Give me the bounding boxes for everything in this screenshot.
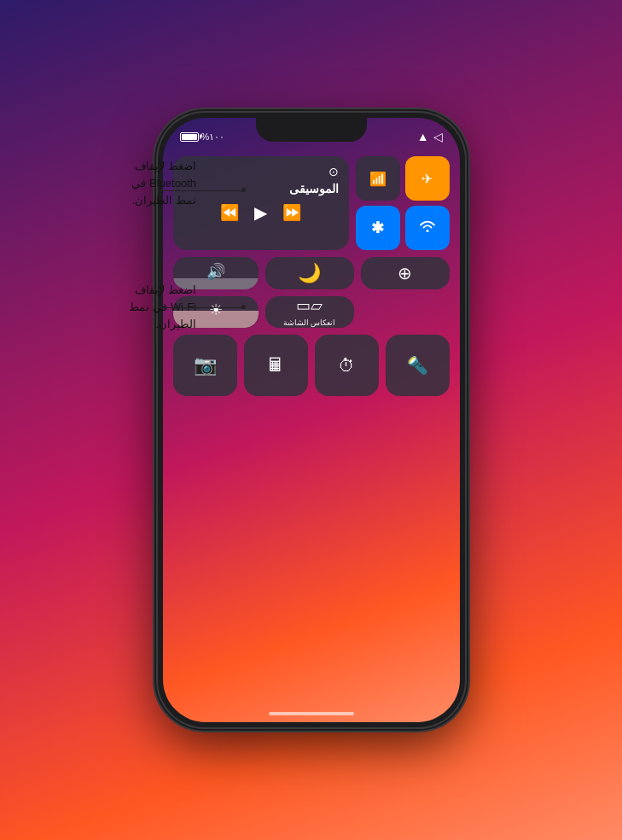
music-controls: ⏪ ▶ ⏩ [183, 202, 339, 223]
screen-mirror-button[interactable]: ▭▱ انعكاس الشاشة [265, 296, 354, 329]
status-right-icons: ▲ ◁ [417, 130, 443, 143]
bluetooth-annotation-text: اضغط لإيقافBluetooth فينمط الطيران. [38, 158, 196, 209]
wifi-status-icon: ▲ [417, 130, 429, 143]
screen-mirror-icon: ▭▱ [296, 296, 323, 315]
volume-icon: 🔊 [206, 262, 225, 281]
annotation-dot-wifi [241, 305, 246, 309]
play-button[interactable]: ▶ [254, 202, 267, 223]
screen-mirror-label: انعكاس الشاشة [283, 318, 336, 329]
flashlight-icon: 🔦 [407, 355, 428, 376]
annotation-line-bluetooth [158, 190, 243, 191]
music-widget-top: ⊙ [183, 165, 339, 178]
bluetooth-icon: ✱ [371, 219, 384, 237]
rewind-button[interactable]: ⏪ [220, 203, 239, 222]
wifi-icon [419, 219, 436, 236]
flashlight-button[interactable]: 🔦 [386, 335, 450, 396]
battery-fill [182, 134, 197, 140]
phone-screen: %١٠٠ ▲ ◁ ⊙ الموسيقى [163, 118, 460, 722]
top-row: ⊙ الموسيقى ⏪ ▶ ⏩ 📶 [173, 156, 450, 250]
camera-button[interactable]: 📷 [173, 335, 237, 396]
camera-icon: 📷 [194, 354, 217, 376]
battery-icon [180, 132, 199, 142]
airplane-icon: ✈ [421, 171, 433, 187]
battery-indicator: %١٠٠ [180, 131, 225, 143]
phone-frame: %١٠٠ ▲ ◁ ⊙ الموسيقى [158, 113, 465, 727]
dnd-button[interactable]: 🌙 [265, 257, 354, 289]
airplane-button[interactable]: ✈ [405, 156, 450, 201]
home-indicator [269, 712, 354, 715]
annotation-line-wifi [158, 307, 243, 308]
calculator-icon: 🖩 [266, 354, 285, 376]
control-center: ⊙ الموسيقى ⏪ ▶ ⏩ 📶 [173, 156, 450, 697]
connectivity-grid: 📶 ✈ ✱ [356, 156, 450, 250]
notch [256, 118, 367, 142]
rotation-icon: ⊕ [398, 263, 412, 283]
timer-button[interactable]: ⏱ [315, 335, 379, 396]
music-widget[interactable]: ⊙ الموسيقى ⏪ ▶ ⏩ [173, 156, 349, 250]
middle-section: 🔊 ☀ 🌙 [173, 257, 450, 328]
timer-icon: ⏱ [338, 356, 355, 376]
music-title: الموسيقى [183, 182, 339, 195]
scene: اضغط لإيقافBluetooth فينمط الطيران. اضغط… [0, 0, 622, 840]
brightness-icon: ☀ [209, 300, 223, 319]
bottom-row: 📷 🖩 ⏱ 🔦 [173, 335, 450, 396]
rotation-lock-button[interactable]: ⊕ [361, 257, 450, 289]
signal-status-icon: ◁ [433, 130, 443, 143]
annotation-dot-bluetooth [241, 188, 246, 192]
moon-icon: 🌙 [298, 262, 321, 284]
bluetooth-button[interactable]: ✱ [356, 206, 400, 250]
battery-percent: %١٠٠ [201, 131, 225, 143]
cellular-icon: 📶 [369, 171, 387, 187]
cellular-button[interactable]: 📶 [356, 156, 400, 201]
wifi-button[interactable] [405, 206, 450, 250]
calculator-button[interactable]: 🖩 [244, 335, 308, 396]
forward-button[interactable]: ⏩ [282, 203, 301, 222]
airplay-icon: ⊙ [328, 165, 339, 178]
right-grid: 🌙 ⊕ ▭▱ انعكاس الشاشة [265, 257, 450, 328]
